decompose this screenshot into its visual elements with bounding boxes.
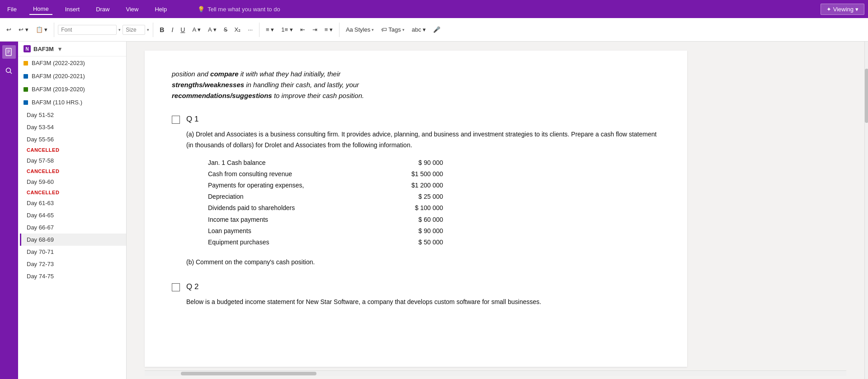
section-item-110[interactable]: BAF3M (110 HRS.) [18, 96, 126, 109]
financial-row-3: Depreciation $ 25 000 [208, 191, 443, 202]
tell-me-box[interactable]: 💡 Tell me what you want to do [198, 6, 280, 13]
notebook-icon-btn[interactable] [2, 45, 16, 59]
menu-file[interactable]: File [4, 4, 20, 14]
page-day55[interactable]: Day 55-56 [20, 133, 126, 145]
font-family-input[interactable] [58, 25, 117, 35]
bold-button[interactable]: B [157, 24, 167, 35]
redo-button[interactable]: ↩ ▾ [16, 24, 31, 35]
title-bar-left: File Home Insert Draw View Help 💡 Tell m… [4, 4, 821, 15]
content-area[interactable]: position and compare it with what they h… [127, 42, 864, 379]
financial-table: Jan. 1 Cash balance $ 90 000 Cash from c… [208, 157, 660, 248]
intro-bold3: recommendations/suggestions [172, 92, 272, 99]
more-button[interactable]: ··· [245, 24, 255, 35]
section-item-2020[interactable]: BAF3M (2020-2021) [18, 70, 126, 83]
sep4 [339, 23, 340, 37]
financial-label-6: Loan payments [208, 225, 389, 237]
section-dot-green [24, 87, 28, 92]
indent-button[interactable]: ⇥ [310, 24, 320, 35]
page-day66[interactable]: Day 66-67 [20, 221, 126, 234]
q2-checkbox[interactable] [172, 283, 180, 291]
notebook-caret[interactable]: ▾ [58, 46, 61, 52]
numbering-button[interactable]: 1≡ ▾ [278, 24, 295, 35]
font-family-caret: ▾ [118, 28, 121, 32]
financial-row-4: Dividends paid to shareholders $ 100 000 [208, 202, 443, 214]
menu-draw[interactable]: Draw [92, 4, 113, 14]
strikethrough-button[interactable]: S̶ [221, 24, 230, 35]
section-item-2019[interactable]: BAF3M (2019-2020) [18, 83, 126, 96]
title-bar: File Home Insert Draw View Help 💡 Tell m… [0, 0, 868, 18]
page-day74[interactable]: Day 74-75 [20, 270, 126, 282]
page-day72[interactable]: Day 72-73 [20, 258, 126, 270]
section-item-2022[interactable]: BAF3M (2022-2023) [18, 56, 126, 70]
financial-value-4: $ 100 000 [389, 202, 443, 214]
financial-row-2: Payments for operating expenses, $1 200 … [208, 180, 443, 191]
vertical-scrollbar[interactable] [864, 42, 868, 379]
financial-label-0: Jan. 1 Cash balance [208, 157, 389, 168]
page-day53[interactable]: Day 53-54 [20, 121, 126, 133]
financial-value-7: $ 50 000 [389, 237, 443, 248]
q2-description: Below is a budgeted income statement for… [186, 297, 660, 308]
outdent-button[interactable]: ⇤ [297, 24, 308, 35]
italic-button[interactable]: I [169, 24, 176, 35]
financial-value-5: $ 60 000 [389, 214, 443, 225]
financial-label-2: Payments for operating expenses, [208, 180, 389, 191]
main-layout: N BAF3M ▾ BAF3M (2022-2023) BAF3M (2020-… [0, 42, 868, 379]
underline-button[interactable]: U [178, 24, 188, 35]
microphone-button[interactable]: 🎤 [430, 24, 443, 35]
ribbon: ↩ ↩ ▾ 📋 ▾ ▾ ▾ B I U A ▾ A ▾ S̶ X₂ ··· ≡ … [0, 18, 868, 42]
viewing-button[interactable]: ✦ Viewing ▾ [821, 4, 864, 15]
intro-text4: to improve their cash position. [272, 92, 364, 99]
menu-view[interactable]: View [123, 4, 142, 14]
financial-row-7: Equipment purchases $ 50 000 [208, 237, 443, 248]
financial-value-3: $ 25 000 [389, 191, 443, 202]
subscript-button[interactable]: X₂ [232, 24, 244, 35]
clipboard-button[interactable]: 📋 ▾ [33, 24, 51, 35]
search-icon-btn[interactable] [2, 64, 16, 78]
financial-label-3: Depreciation [208, 191, 389, 202]
undo-button[interactable]: ↩ [4, 24, 14, 35]
spell-check-button[interactable]: abc ▾ [409, 24, 429, 35]
bullets-button[interactable]: ≡ ▾ [263, 24, 277, 35]
notebook-name: BAF3M [33, 46, 54, 52]
sep3 [259, 23, 259, 37]
page-day64[interactable]: Day 64-65 [20, 209, 126, 221]
font-color-button[interactable]: A ▾ [205, 24, 219, 35]
highlight-button[interactable]: A ▾ [189, 24, 203, 35]
font-size-input[interactable] [123, 25, 145, 35]
intro-text: position and compare it with what they h… [172, 69, 660, 101]
align-button[interactable]: ≡ ▾ [322, 24, 335, 35]
financial-value-1: $1 500 000 [389, 168, 443, 180]
menu-insert[interactable]: Insert [61, 4, 84, 14]
q2-header: Q 2 [172, 282, 660, 291]
q2-title: Q 2 [186, 282, 198, 291]
sep1 [54, 23, 54, 37]
notebook-logo: N [24, 45, 31, 52]
page-cancelled3[interactable]: CANCELLED [20, 188, 126, 197]
menu-help[interactable]: Help [151, 4, 170, 14]
viewing-caret: ▾ [855, 6, 859, 13]
question-1-block: Q 1 (a) Drolet and Associates is a busin… [172, 115, 660, 268]
page-day57[interactable]: Day 57-58 [20, 154, 126, 167]
page-cancelled2[interactable]: CANCELLED [20, 167, 126, 176]
styles-button[interactable]: Aа Styles ▾ [343, 24, 377, 35]
style-icon: Aа [346, 26, 353, 33]
financial-label-5: Income tax payments [208, 214, 389, 225]
sidebar-icons [0, 42, 18, 379]
page-day59[interactable]: Day 59-60 [20, 176, 126, 188]
tags-button[interactable]: 🏷 Tags ▾ [378, 24, 407, 35]
intro-text2: it with what they had initially, their [239, 70, 341, 78]
q1-checkbox[interactable] [172, 116, 180, 124]
page-day68[interactable]: Day 68-69 [20, 234, 126, 246]
page-cancelled1[interactable]: CANCELLED [20, 145, 126, 154]
financial-label-1: Cash from consulting revenue [208, 168, 389, 180]
horizontal-scrollbar[interactable] [145, 370, 846, 376]
page-day61[interactable]: Day 61-63 [20, 197, 126, 209]
financial-row-5: Income tax payments $ 60 000 [208, 214, 443, 225]
financial-label-4: Dividends paid to shareholders [208, 202, 389, 214]
page-day70[interactable]: Day 70-71 [20, 246, 126, 258]
financial-value-6: $ 90 000 [389, 225, 443, 237]
page-day51[interactable]: Day 51-52 [20, 109, 126, 121]
svg-rect-0 [6, 48, 11, 56]
q1-header: Q 1 [172, 115, 660, 124]
menu-home[interactable]: Home [29, 4, 52, 15]
